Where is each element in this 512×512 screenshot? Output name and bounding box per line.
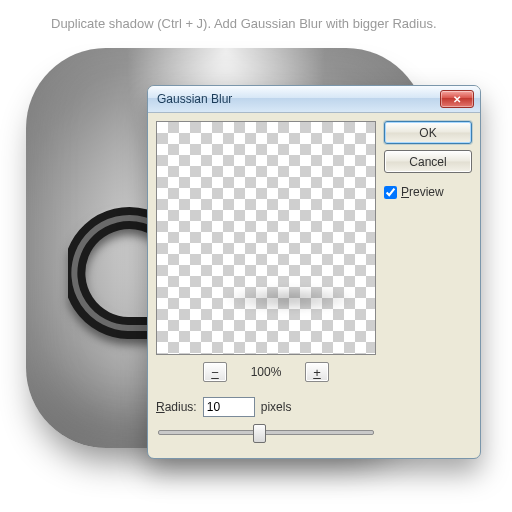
ok-button[interactable]: OK [384, 121, 472, 144]
radius-slider[interactable] [158, 421, 374, 443]
cancel-button[interactable]: Cancel [384, 150, 472, 173]
preview-checkbox-label: Preview [401, 185, 444, 199]
window-close-button[interactable]: ✕ [440, 90, 474, 108]
preview-checkbox-row[interactable]: Preview [384, 185, 472, 199]
zoom-value: 100% [245, 365, 287, 379]
zoom-out-button[interactable]: − [203, 362, 227, 382]
radius-label: Radius: [156, 400, 197, 414]
preview-canvas[interactable] [156, 121, 376, 355]
preview-shadow-sample [222, 286, 357, 312]
minus-icon: − [211, 366, 219, 379]
instruction-caption: Duplicate shadow (Ctrl + J). Add Gaussia… [51, 16, 437, 31]
close-icon: ✕ [453, 94, 461, 105]
preview-checkbox[interactable] [384, 186, 397, 199]
slider-thumb[interactable] [253, 424, 266, 443]
dialog-title: Gaussian Blur [157, 92, 440, 106]
gaussian-blur-dialog: Gaussian Blur ✕ − 100% + Radius: pixels [147, 85, 481, 459]
radius-unit: pixels [261, 400, 292, 414]
radius-input[interactable] [203, 397, 255, 417]
dialog-titlebar[interactable]: Gaussian Blur ✕ [148, 86, 480, 113]
transparency-checker [157, 122, 375, 354]
zoom-in-button[interactable]: + [305, 362, 329, 382]
plus-icon: + [313, 366, 321, 379]
